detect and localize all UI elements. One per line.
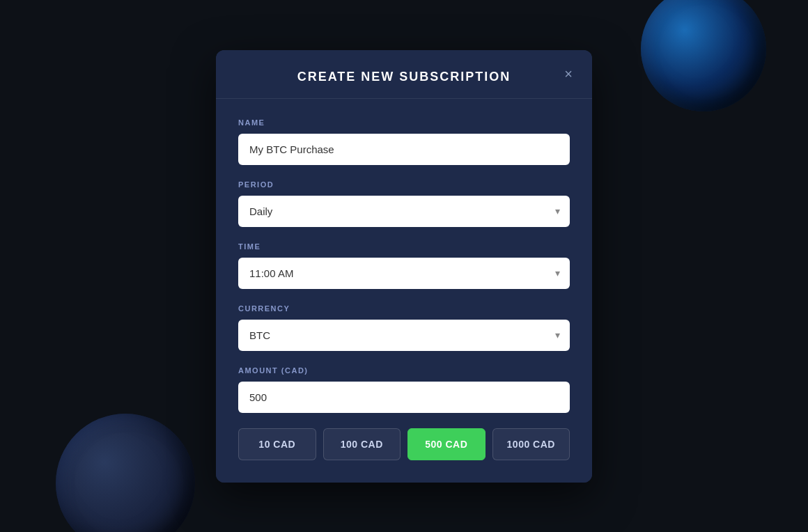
time-select-wrapper: 11:00 AM 12:00 PM 1:00 PM ▾ [238,258,570,289]
name-label: NAME [238,118,570,127]
amount-preset-buttons: 10 CAD 100 CAD 500 CAD 1000 CAD [238,428,570,460]
currency-select-wrapper: BTC ETH LTC ▾ [238,320,570,351]
time-label: TIME [238,242,570,251]
amount-preset-500[interactable]: 500 CAD [407,428,485,460]
amount-preset-10[interactable]: 10 CAD [238,428,316,460]
period-label: PERIOD [238,180,570,189]
amount-field-group: AMOUNT (CAD) [238,366,570,413]
currency-label: CURRENCY [238,304,570,313]
name-input[interactable] [238,134,570,165]
modal-title: CREATE NEW SUBSCRIPTION [297,70,511,84]
modal-body: NAME PERIOD Daily Weekly Monthly ▾ TIME [216,99,592,483]
period-select-wrapper: Daily Weekly Monthly ▾ [238,196,570,227]
modal-header: CREATE NEW SUBSCRIPTION × [216,50,592,99]
modal-overlay: CREATE NEW SUBSCRIPTION × NAME PERIOD Da… [0,0,808,532]
amount-preset-1000[interactable]: 1000 CAD [492,428,570,460]
period-select[interactable]: Daily Weekly Monthly [238,196,570,227]
time-field-group: TIME 11:00 AM 12:00 PM 1:00 PM ▾ [238,242,570,289]
name-field-group: NAME [238,118,570,165]
close-button[interactable]: × [559,64,578,84]
amount-preset-100[interactable]: 100 CAD [323,428,401,460]
period-field-group: PERIOD Daily Weekly Monthly ▾ [238,180,570,227]
currency-field-group: CURRENCY BTC ETH LTC ▾ [238,304,570,351]
currency-select[interactable]: BTC ETH LTC [238,320,570,351]
amount-label: AMOUNT (CAD) [238,366,570,375]
amount-input[interactable] [238,382,570,413]
time-select[interactable]: 11:00 AM 12:00 PM 1:00 PM [238,258,570,289]
create-subscription-modal: CREATE NEW SUBSCRIPTION × NAME PERIOD Da… [216,50,592,483]
